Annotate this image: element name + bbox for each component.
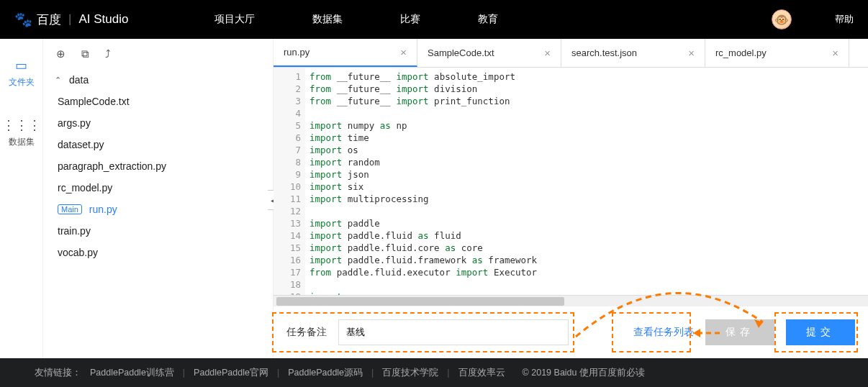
- tab-rcmodel[interactable]: rc_model.py×: [705, 39, 849, 67]
- new-file-icon[interactable]: ⊕: [56, 47, 65, 60]
- footer-link[interactable]: PaddlePaddle官网: [194, 367, 268, 379]
- footer-link[interactable]: PaddlePaddle源码: [288, 367, 363, 379]
- scroll-thumb[interactable]: [276, 297, 564, 306]
- footer-copyright: © 2019 Baidu 使用百度前必读: [523, 367, 645, 379]
- top-nav: 🐾 百度 | AI Studio 项目大厅 数据集 比赛 教育 🐵 帮助: [0, 0, 868, 39]
- file-pane: ⊕ ⧉ ⤴ ⌃ data SampleCode.txt args.py data…: [43, 39, 273, 358]
- close-icon[interactable]: ×: [832, 47, 838, 59]
- rail-dataset-label: 数据集: [9, 136, 35, 148]
- line-gutter: 1234567891011121314151617181920 ▸2122232…: [273, 68, 305, 295]
- footer: 友情链接： PaddlePaddle训练营| PaddlePaddle官网| P…: [0, 358, 868, 387]
- task-input[interactable]: [338, 319, 569, 345]
- tab-search-json[interactable]: search.test.json×: [561, 39, 705, 67]
- brand-main: 百度: [37, 12, 61, 28]
- rail-files[interactable]: ▭ 文件夹: [0, 52, 42, 94]
- new-folder-icon[interactable]: ⧉: [81, 47, 89, 60]
- horizontal-scrollbar[interactable]: [273, 295, 868, 306]
- chevron-down-icon: ⌃: [55, 76, 65, 85]
- tree-file[interactable]: args.py: [55, 112, 264, 134]
- tree-folder-data[interactable]: ⌃ data: [52, 69, 264, 91]
- task-label: 任务备注: [286, 326, 327, 339]
- upload-icon[interactable]: ⤴: [105, 47, 111, 60]
- editor-area: ◂ run.py× SampleCode.txt× search.test.js…: [273, 39, 868, 358]
- brand-sub: AI Studio: [78, 12, 128, 27]
- close-icon[interactable]: ×: [544, 47, 551, 59]
- task-bar: 任务备注 查看任务列表 保存 提交: [273, 306, 868, 358]
- tree-file[interactable]: SampleCode.txt: [55, 91, 264, 112]
- nav-project-hall[interactable]: 项目大厅: [214, 13, 255, 26]
- nav-dataset[interactable]: 数据集: [312, 13, 343, 26]
- editor-tabs: run.py× SampleCode.txt× search.test.json…: [273, 39, 868, 68]
- tree-file-selected[interactable]: Main run.py: [55, 199, 264, 220]
- code-content[interactable]: from __future__ import absolute_importfr…: [305, 68, 868, 295]
- avatar[interactable]: 🐵: [772, 9, 792, 29]
- paw-icon: 🐾: [14, 11, 32, 28]
- folder-icon: ▭: [15, 58, 27, 73]
- nav-competition[interactable]: 比赛: [400, 13, 420, 26]
- close-icon[interactable]: ×: [688, 47, 695, 59]
- footer-link[interactable]: PaddlePaddle训练营: [90, 367, 174, 379]
- tree-file[interactable]: train.py: [55, 220, 264, 242]
- code-editor[interactable]: 1234567891011121314151617181920 ▸2122232…: [273, 68, 868, 295]
- footer-link[interactable]: 百度效率云: [458, 367, 505, 379]
- nav-education[interactable]: 教育: [478, 13, 498, 26]
- rail-dataset[interactable]: ⋮⋮⋮ 数据集: [0, 111, 42, 154]
- footer-link[interactable]: 百度技术学院: [382, 367, 438, 379]
- tree-file[interactable]: dataset.py: [55, 134, 264, 155]
- rail-files-label: 文件夹: [9, 76, 35, 88]
- brand-sep: |: [68, 12, 71, 27]
- nav-help[interactable]: 帮助: [835, 13, 854, 26]
- main-area: ▭ 文件夹 ⋮⋮⋮ 数据集 ⊕ ⧉ ⤴ ⌃ data SampleCode.tx…: [0, 39, 868, 358]
- tree-file[interactable]: vocab.py: [55, 242, 264, 263]
- save-button[interactable]: 保存: [705, 319, 774, 345]
- left-rail: ▭ 文件夹 ⋮⋮⋮ 数据集: [0, 39, 43, 358]
- file-tree: ⌃ data SampleCode.txt args.py dataset.py…: [43, 66, 273, 263]
- tree-file[interactable]: rc_model.py: [55, 177, 264, 199]
- nav-links: 项目大厅 数据集 比赛 教育: [214, 13, 498, 26]
- tree-file[interactable]: paragraph_extraction.py: [55, 155, 264, 177]
- main-badge: Main: [58, 204, 82, 214]
- footer-prefix: 友情链接：: [35, 367, 81, 379]
- file-toolbar: ⊕ ⧉ ⤴: [43, 39, 273, 66]
- close-icon[interactable]: ×: [400, 46, 407, 58]
- view-task-list-link[interactable]: 查看任务列表: [633, 326, 694, 339]
- logo[interactable]: 🐾 百度 | AI Studio: [14, 11, 128, 28]
- tab-run-py[interactable]: run.py×: [273, 39, 417, 67]
- tab-samplecode[interactable]: SampleCode.txt×: [417, 39, 561, 67]
- dataset-icon: ⋮⋮⋮: [2, 117, 41, 133]
- submit-button[interactable]: 提交: [786, 319, 855, 345]
